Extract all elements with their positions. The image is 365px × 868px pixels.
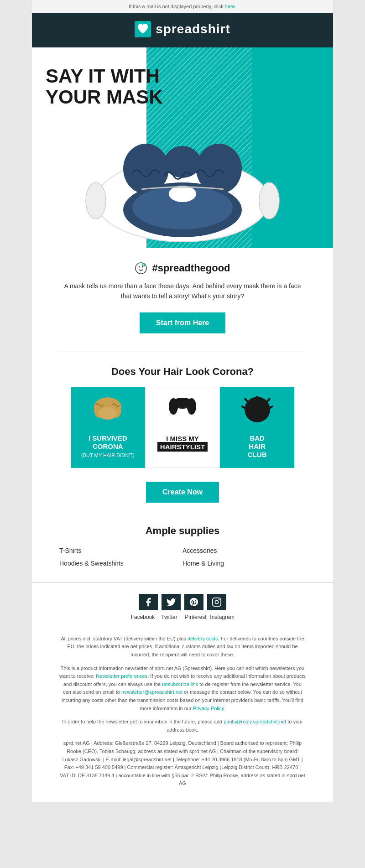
smiley-icon: ★ [135, 262, 147, 275]
hashtag-section: ★ #spreadthegood A mask tells us more th… [32, 248, 333, 343]
social-icons-row [32, 594, 333, 610]
create-section: Create Now [32, 468, 333, 512]
address-email-link[interactable]: paula@reply.spreadshirt.net [224, 719, 286, 724]
topbar-link[interactable]: here. [225, 4, 236, 9]
hashtag-label: #spreadthegood [152, 262, 230, 274]
facebook-icon [143, 597, 153, 607]
svg-point-5 [164, 146, 201, 178]
footer-para4: sprd.net AG | Address: Gießerstraße 27, … [59, 739, 306, 788]
top-bar: If this e-mail is not displayed properly… [32, 0, 333, 13]
hair-card-1[interactable]: I SURVIVED CORONA (but my hair didn't) [71, 387, 145, 468]
pinterest-icon [189, 597, 199, 607]
hair-card-2-text: I MISS MY HAIRSTYLIST [150, 435, 215, 451]
pinterest-label: Pinterest [182, 614, 209, 620]
hero-mask-image [73, 109, 292, 248]
newsletter-prefs-link[interactable]: Newsletter preferences [96, 673, 147, 679]
footer-para1: All prices incl. statutory VAT (delivery… [59, 635, 306, 659]
supplies-col-2: Accessories Home & Living [182, 544, 306, 573]
social-labels-row: Facebook Twitter Pinterest Instagram [32, 614, 333, 620]
pinterest-icon-box[interactable] [184, 594, 203, 610]
hero-title-line1: SAY IT WITH [46, 66, 163, 87]
hairstylist-icon [164, 396, 201, 428]
svg-point-2 [86, 182, 106, 219]
svg-point-3 [259, 182, 279, 219]
svg-point-18 [99, 407, 117, 420]
supplies-links: T-Shirts Hoodies & Sweatshirts Accessori… [59, 544, 306, 582]
hair-card-3[interactable]: BAD HAIR CLUB [220, 387, 294, 468]
mask-svg [73, 109, 292, 246]
topbar-text: If this e-mail is not displayed properly… [129, 4, 225, 9]
supplies-section: Ample supplies T-Shirts Hoodies & Sweats… [59, 512, 306, 582]
hair-card-2[interactable]: I MISS MY HAIRSTYLIST [145, 387, 220, 468]
hashtag-body-text: A mask tells us more than a face these d… [59, 281, 306, 301]
twitter-icon-box[interactable] [162, 594, 181, 610]
hair-cards-container: I SURVIVED CORONA (but my hair didn't) I… [71, 387, 294, 468]
privacy-policy-link[interactable]: Privacy Policy [193, 706, 224, 711]
footer-para2: This is a product information newsletter… [59, 665, 306, 713]
svg-point-21 [187, 398, 196, 415]
svg-point-25 [219, 599, 220, 600]
hero-text: SAY IT WITH YOUR MASK [46, 66, 163, 108]
svg-point-22 [245, 397, 270, 422]
supplies-col-1: T-Shirts Hoodies & Sweatshirts [59, 544, 182, 573]
supplies-link-accessories[interactable]: Accessories [182, 544, 306, 557]
logo-text: spreadshirt [156, 22, 230, 36]
supplies-link-homeliving[interactable]: Home & Living [182, 557, 306, 570]
start-from-here-button[interactable]: Start from Here [140, 312, 225, 333]
twitter-label: Twitter [156, 614, 182, 620]
unsubscribe-link[interactable]: unsubscribe link [162, 681, 198, 687]
create-now-button[interactable]: Create Now [146, 482, 219, 503]
svg-point-24 [215, 600, 218, 603]
logo-container[interactable]: spreadshirt [135, 21, 230, 37]
supplies-link-tshirts[interactable]: T-Shirts [59, 544, 182, 557]
svg-rect-23 [213, 598, 221, 606]
supplies-title: Ample supplies [59, 512, 306, 544]
svg-point-20 [169, 398, 178, 415]
curly-hair-icon [89, 396, 126, 428]
twitter-icon [166, 597, 176, 607]
hero-title-line2: YOUR MASK [46, 87, 163, 108]
newsletter-email-link[interactable]: newsletter@spreadshirt.net [121, 689, 182, 695]
header-logo: spreadshirt [32, 13, 333, 47]
instagram-label: Instagram [209, 614, 235, 620]
footer-section: All prices incl. statutory VAT (delivery… [32, 628, 333, 802]
social-section: Facebook Twitter Pinterest Instagram [32, 582, 333, 628]
hair-card-3-text: BAD HAIR CLUB [224, 434, 290, 459]
instagram-icon-box[interactable] [207, 594, 226, 610]
supplies-link-hoodies[interactable]: Hoodies & Sweatshirts [59, 557, 182, 570]
instagram-icon [212, 597, 222, 607]
hair-section-title: Does Your Hair Look Corona? [32, 366, 333, 378]
footer-para3: In order to help the newsletter get to y… [59, 718, 306, 734]
delivery-costs-link[interactable]: delivery costs [188, 636, 218, 641]
svg-text:★: ★ [143, 264, 145, 266]
facebook-icon-box[interactable] [139, 594, 158, 610]
bad-hair-icon [239, 396, 276, 428]
hair-section: Does Your Hair Look Corona? I SURVIVED C… [32, 352, 333, 468]
hair-card-1-text: I SURVIVED CORONA (but my hair didn't) [75, 434, 141, 459]
hashtag-row: ★ #spreadthegood [59, 262, 306, 275]
spreadshirt-heart-icon [135, 21, 151, 37]
svg-point-11 [139, 266, 140, 268]
svg-point-9 [169, 186, 196, 202]
facebook-label: Facebook [130, 614, 156, 620]
hero-section: SAY IT WITH YOUR MASK [32, 47, 333, 248]
